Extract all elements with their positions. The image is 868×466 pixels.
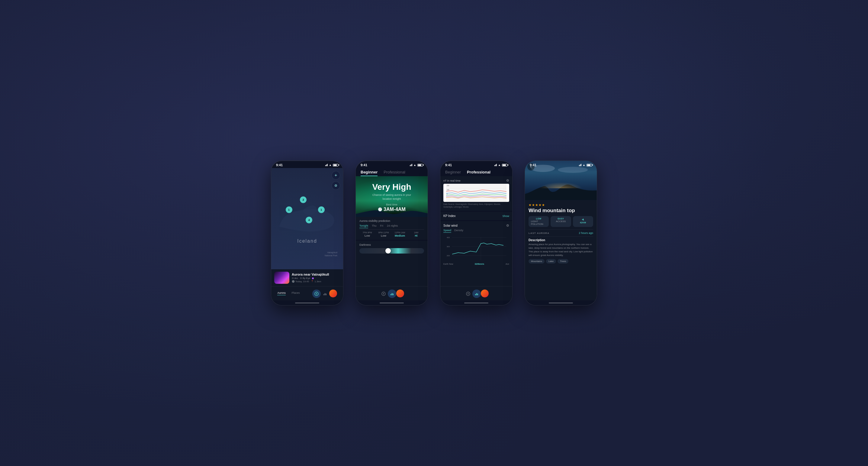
status-bar-2: 9:41 ▲ bbox=[356, 161, 428, 168]
svg-rect-5 bbox=[326, 294, 327, 296]
map-controls bbox=[332, 171, 340, 190]
badges-row: LOW LIGHT POLUTION EASY ACCESS ➤ 42KM bbox=[529, 216, 593, 227]
nav-avatar[interactable] bbox=[329, 290, 337, 297]
forecast-time-3: 1AM bbox=[408, 232, 424, 234]
solar-value: 320km/s bbox=[475, 263, 485, 265]
aurora-card[interactable]: Aurora near Vatnajökull ⊙ Arc ⊙ By Eye 🕐… bbox=[271, 269, 343, 286]
map-area[interactable]: 1 2 1 4 Iceland VatnajökullNational Park bbox=[271, 168, 343, 269]
home-bar-2 bbox=[380, 302, 404, 303]
home-indicator-2 bbox=[356, 300, 428, 305]
wifi-icon-3: ▲ bbox=[498, 164, 501, 167]
solar-label-left: Earth Now bbox=[443, 263, 453, 265]
solar-tab-speed[interactable]: Speed bbox=[443, 229, 451, 233]
aurora-source: ⊙ Arc bbox=[292, 277, 298, 280]
best-time-label: Best time bbox=[378, 203, 406, 206]
svg-text:400: 400 bbox=[447, 237, 450, 238]
nav-compass-active[interactable] bbox=[312, 290, 321, 298]
badge-light-pollution: LOW LIGHT POLUTION bbox=[529, 216, 549, 227]
solar-footer: Earth Now 320km/s Ace bbox=[443, 263, 509, 265]
aurora-time-dist: 🕐 Today, 19:45 📍 1.3km bbox=[292, 280, 340, 283]
bottom-tabs-3 bbox=[440, 286, 512, 300]
best-time-value: 🕐 3AM-4AM bbox=[378, 207, 406, 212]
forecast-val-0: Low bbox=[360, 234, 375, 237]
map-pin-4[interactable]: 4 bbox=[306, 217, 312, 223]
tab-row-1: Aurora Places bbox=[271, 291, 306, 296]
signal-icon-3 bbox=[494, 164, 497, 166]
compass-button[interactable] bbox=[332, 171, 340, 179]
time-tab-fri[interactable]: Fri bbox=[380, 224, 383, 228]
kp-title: KP Index bbox=[443, 214, 456, 217]
status-bar-3: 9:41 ▲ bbox=[440, 161, 512, 168]
svg-rect-27 bbox=[477, 294, 478, 296]
filter-icon[interactable]: ⚙ bbox=[506, 179, 509, 182]
bottom-tabs-1: Aurora Places bbox=[271, 286, 343, 300]
nav-compass-3[interactable] bbox=[464, 290, 472, 298]
aurora-time: 🕐 Today, 19:45 bbox=[292, 280, 309, 283]
home-indicator-4 bbox=[525, 300, 597, 305]
tab-beginner-active[interactable]: Beginner bbox=[361, 170, 377, 176]
tab-aurora[interactable]: Aurora bbox=[277, 291, 285, 295]
aurora-intensity: Very High bbox=[372, 182, 411, 192]
svg-point-1 bbox=[336, 185, 336, 186]
tab-places[interactable]: Places bbox=[292, 291, 300, 295]
solar-chart: 400 300 200 bbox=[443, 234, 509, 262]
svg-text:100: 100 bbox=[447, 189, 450, 191]
phone3-tabs: Beginner Professional bbox=[440, 168, 512, 176]
nav-avatar-3[interactable] bbox=[481, 290, 489, 297]
tab-beginner-p3[interactable]: Beginner bbox=[445, 170, 461, 176]
darkness-slider[interactable] bbox=[360, 248, 424, 254]
status-time-4: 9:41 bbox=[530, 163, 536, 167]
svg-rect-9 bbox=[393, 294, 394, 296]
nav-chart[interactable] bbox=[321, 290, 329, 298]
tab-professional-inactive[interactable]: Professional bbox=[383, 170, 405, 176]
location-button[interactable] bbox=[332, 181, 340, 190]
tag-trees[interactable]: Trees bbox=[558, 259, 568, 264]
badge-distance: ➤ 42KM bbox=[573, 216, 593, 227]
badge-label-dist: 42KM bbox=[580, 222, 586, 224]
darkness-title: Darkness bbox=[360, 243, 424, 246]
status-time-1: 9:41 bbox=[276, 163, 283, 167]
forecast-val-2: Medium bbox=[392, 234, 408, 237]
time-tab-thu[interactable]: Thu bbox=[372, 224, 377, 228]
bottom-nav-3 bbox=[458, 288, 495, 299]
map-pin-1b[interactable]: 1 bbox=[318, 206, 325, 213]
nav-compass-2[interactable] bbox=[379, 290, 388, 298]
status-time-2: 9:41 bbox=[361, 163, 367, 167]
nt-section: nT in real time ⚙ 200 bbox=[440, 176, 512, 211]
star-rating: ★★★★★ bbox=[529, 203, 593, 207]
nav-chart-2-active[interactable] bbox=[388, 290, 396, 298]
forecast-time-1: 9PM-11PM bbox=[376, 232, 392, 234]
home-indicator-3 bbox=[440, 300, 512, 305]
nt-title: nT in real time bbox=[443, 179, 461, 182]
tab-professional-active[interactable]: Professional bbox=[467, 170, 491, 176]
map-pin-1a[interactable]: 1 bbox=[286, 206, 292, 213]
svg-rect-26 bbox=[476, 293, 477, 295]
chart-source: Data Source: Geomagnetic Observatory Kev… bbox=[443, 203, 509, 208]
svg-text:0: 0 bbox=[447, 193, 447, 195]
time-tab-24nights[interactable]: 24 nights bbox=[387, 224, 398, 228]
arrow-icon-container: ➤ bbox=[582, 217, 584, 222]
slider-thumb[interactable] bbox=[385, 248, 391, 254]
time-tab-tonight[interactable]: Tonight bbox=[360, 224, 368, 228]
badge-label-low: LOW bbox=[536, 217, 541, 220]
nav-chart-3-active[interactable] bbox=[472, 290, 481, 298]
show-link[interactable]: Show bbox=[502, 214, 509, 217]
map-pin-2[interactable]: 2 bbox=[300, 197, 307, 203]
national-park-label: VatnajökullNational Park bbox=[325, 251, 337, 257]
nt-chart: 200 100 0 bbox=[443, 184, 509, 202]
solar-filter-icon[interactable]: ⚙ bbox=[506, 224, 509, 228]
darkness-section: Darkness bbox=[356, 241, 428, 256]
best-time-text: 3AM-4AM bbox=[383, 207, 406, 212]
status-bar-1: 9:41 ▲ bbox=[271, 161, 343, 168]
home-indicator-1 bbox=[271, 300, 343, 305]
tag-lake[interactable]: Lake bbox=[546, 259, 556, 264]
best-time-container: Best time 🕐 3AM-4AM bbox=[378, 203, 406, 212]
phone-1-map: 9:41 ▲ bbox=[271, 161, 343, 305]
nav-avatar-2[interactable] bbox=[396, 290, 404, 297]
wifi-icon-1: ▲ bbox=[329, 164, 332, 167]
forecast-col-1: 9PM-11PM Low bbox=[376, 232, 392, 237]
tag-mountains[interactable]: Mountains bbox=[529, 259, 545, 264]
solar-tab-density[interactable]: Density bbox=[454, 229, 463, 233]
aurora-hero: Very High Chance of seeing aurora in you… bbox=[356, 176, 428, 217]
phone-3-professional: 9:41 ▲ Beginner Professional nT in real … bbox=[440, 161, 513, 305]
